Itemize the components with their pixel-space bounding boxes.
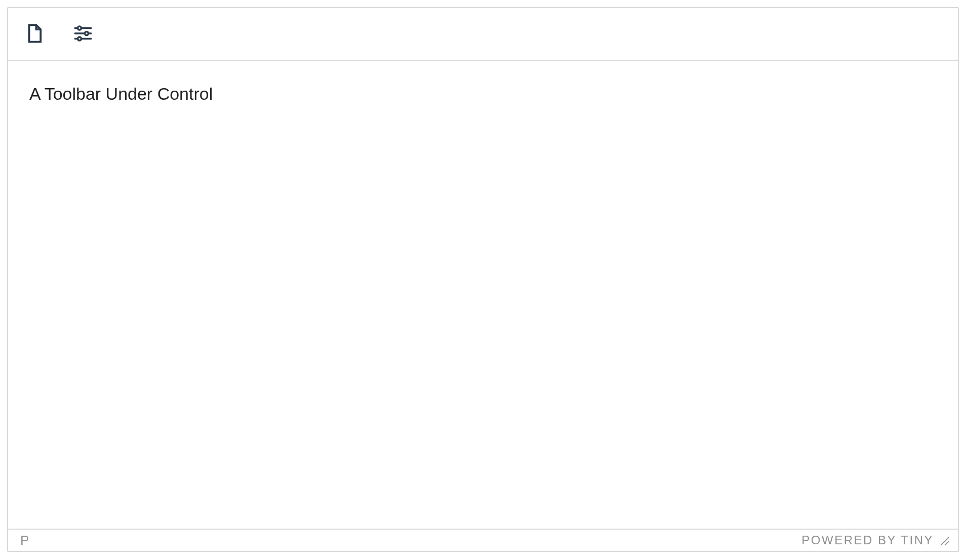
new-document-button[interactable] [22,22,47,46]
branding-wrap: POWERED BY TINY [801,533,949,547]
settings-button[interactable] [71,22,95,46]
statusbar: P POWERED BY TINY [8,529,958,551]
editor-container: A Toolbar Under Control P POWERED BY TIN… [7,7,959,552]
svg-point-5 [78,37,82,41]
editor-content-area[interactable]: A Toolbar Under Control [8,61,958,529]
toolbar [8,8,958,61]
resize-handle[interactable] [939,535,949,545]
svg-point-3 [85,31,89,35]
sliders-icon [72,23,94,46]
svg-line-7 [945,541,949,545]
svg-line-6 [941,537,949,545]
content-paragraph: A Toolbar Under Control [29,82,937,106]
document-icon [24,23,45,46]
branding-label[interactable]: POWERED BY TINY [801,533,934,547]
svg-point-1 [78,26,82,30]
element-path[interactable]: P [20,533,29,548]
